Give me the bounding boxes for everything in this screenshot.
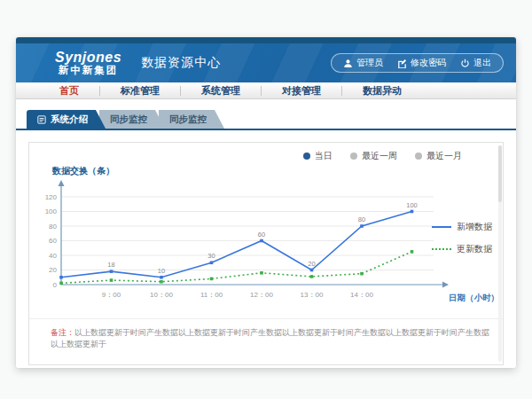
company-logo: Synjones 新中新集团 [55, 51, 121, 76]
app-title: 数据资源中心 [141, 55, 221, 71]
radio-label: 当日 [315, 150, 332, 162]
svg-text:13：00: 13：00 [301, 291, 324, 299]
svg-text:60: 60 [49, 237, 57, 245]
edit-icon [397, 59, 407, 68]
svg-text:12：00: 12：00 [250, 291, 273, 299]
dotted-line-icon [432, 248, 451, 250]
footnote-text: 以上数据更新于时间产生数据以上数据更新于时间产生数据以上数据更新于时间产生数据以… [51, 328, 489, 348]
chart-legend: 新增数据 更新数据 [432, 221, 492, 255]
tab-label: 系统介绍 [51, 113, 88, 126]
nav-item-interface-mgmt[interactable]: 对接管理 [262, 84, 341, 98]
admin-user-label: 管理员 [356, 57, 383, 69]
footnote: 备注：以上数据更新于时间产生数据以上数据更新于时间产生数据以上数据更新于时间产生… [29, 318, 503, 349]
radio-label: 最近一周 [362, 150, 397, 162]
tab-label: 同步监控 [169, 113, 207, 126]
radio-last-week[interactable]: 最近一周 [350, 150, 397, 162]
time-range-filter: 当日 最近一周 最近一月 [29, 143, 503, 162]
top-strip [16, 37, 516, 43]
logo-text-en: Synjones [55, 51, 121, 66]
svg-text:100: 100 [406, 201, 418, 209]
svg-text:11：00: 11：00 [200, 291, 223, 299]
radio-last-month[interactable]: 最近一月 [415, 150, 462, 162]
page-card: Synjones 新中新集团 数据资源中心 管理员 修改密码 退出 [16, 37, 516, 368]
radio-today[interactable]: 当日 [303, 150, 332, 162]
svg-text:80: 80 [358, 215, 365, 223]
svg-text:120: 120 [45, 193, 58, 201]
header-actions: 管理员 修改密码 退出 [331, 53, 504, 73]
tab-underline [16, 129, 516, 130]
admin-user-button[interactable]: 管理员 [343, 57, 383, 69]
tab-system-intro[interactable]: 系统介绍 [27, 110, 106, 129]
svg-text:0: 0 [53, 281, 58, 289]
legend-label: 更新数据 [457, 243, 492, 255]
svg-text:20: 20 [49, 266, 57, 274]
footnote-prefix: 备注： [51, 328, 74, 337]
nav-item-data-change[interactable]: 数据异动 [342, 84, 422, 98]
tab-label: 同步监控 [110, 113, 147, 126]
tab-sync-monitor-2[interactable]: 同步监控 [159, 110, 224, 129]
user-icon [343, 59, 353, 68]
legend-item-new-data: 新增数据 [432, 221, 492, 233]
nav-item-system-mgmt[interactable]: 系统管理 [181, 84, 261, 98]
svg-text:60: 60 [258, 231, 265, 239]
document-icon [37, 115, 46, 124]
svg-text:日期（小时）: 日期（小时） [449, 293, 499, 303]
change-password-label: 修改密码 [411, 57, 446, 69]
scrollbar-thumb[interactable] [498, 145, 502, 202]
change-password-button[interactable]: 修改密码 [397, 57, 446, 69]
svg-text:10: 10 [158, 267, 165, 275]
nav-item-standard-mgmt[interactable]: 标准管理 [100, 84, 180, 98]
svg-text:80: 80 [49, 223, 57, 231]
svg-text:20: 20 [308, 260, 315, 268]
legend-label: 新增数据 [457, 221, 492, 233]
nav-item-home[interactable]: 首页 [39, 84, 99, 98]
svg-text:18: 18 [107, 261, 114, 269]
radio-selected-icon [303, 153, 310, 160]
radio-unselected-icon [350, 153, 357, 160]
main-nav: 首页 标准管理 系统管理 对接管理 数据异动 [16, 82, 516, 99]
power-icon [460, 59, 470, 68]
svg-text:30: 30 [207, 252, 215, 260]
logout-button[interactable]: 退出 [460, 57, 491, 69]
legend-item-update-data: 更新数据 [432, 243, 492, 255]
content-area: 系统介绍 同步监控 同步监控 当日 最近一周 [16, 99, 516, 368]
svg-text:10：00: 10：00 [150, 291, 173, 299]
logout-label: 退出 [473, 57, 491, 69]
svg-text:14：00: 14：00 [350, 291, 373, 299]
svg-text:9：00: 9：00 [102, 291, 121, 299]
tab-bar: 系统介绍 同步监控 同步监控 [16, 99, 516, 129]
chart-panel: 当日 最近一周 最近一月 数据交换（条） 0204060801001209：00… [28, 142, 504, 365]
panel-scrollbar[interactable] [498, 145, 502, 362]
logo-text-cn: 新中新集团 [55, 65, 121, 75]
app-header: Synjones 新中新集团 数据资源中心 管理员 修改密码 退出 [16, 43, 516, 82]
solid-line-icon [432, 226, 451, 228]
svg-text:100: 100 [45, 207, 58, 215]
y-axis-title: 数据交换（条） [52, 165, 503, 177]
radio-label: 最近一月 [426, 150, 462, 162]
radio-unselected-icon [415, 153, 422, 160]
svg-text:40: 40 [49, 252, 57, 260]
tab-sync-monitor-1[interactable]: 同步监控 [99, 110, 165, 129]
